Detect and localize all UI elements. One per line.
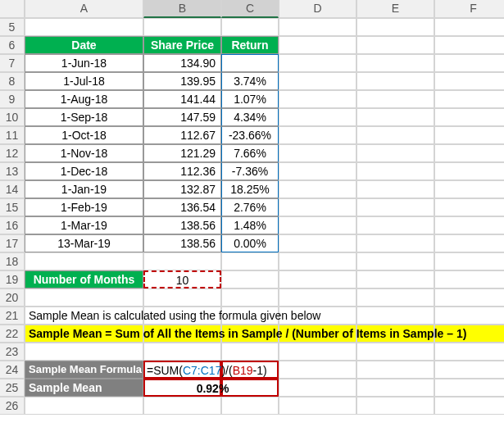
- cell-F12[interactable]: [434, 144, 504, 162]
- row-header-22[interactable]: 22: [0, 325, 25, 343]
- row-header-16[interactable]: 16: [0, 216, 25, 234]
- cell-F24[interactable]: [434, 361, 504, 379]
- row-header-17[interactable]: 17: [0, 234, 25, 252]
- cell-B17[interactable]: 138.56: [143, 234, 221, 252]
- cell-E23[interactable]: [356, 343, 434, 361]
- cell-A10[interactable]: 1-Sep-18: [25, 108, 143, 126]
- cell-F13[interactable]: [434, 162, 504, 180]
- cell-F25[interactable]: [434, 379, 504, 397]
- cell-C5[interactable]: [221, 18, 279, 36]
- sm-value[interactable]: 0.92%: [143, 379, 221, 397]
- row-header-21[interactable]: 21: [0, 307, 25, 325]
- cell-B14[interactable]: 132.87: [143, 180, 221, 198]
- select-all-corner[interactable]: [0, 0, 25, 18]
- cell-B7[interactable]: 134.90: [143, 54, 221, 72]
- cell-F17[interactable]: [434, 234, 504, 252]
- cell-F10[interactable]: [434, 108, 504, 126]
- cell-D20[interactable]: [279, 288, 356, 307]
- row-header-20[interactable]: 20: [0, 288, 25, 307]
- cell-D25[interactable]: [279, 379, 356, 397]
- cell-A26[interactable]: [25, 397, 143, 415]
- cell-F16[interactable]: [434, 216, 504, 234]
- cell-D19[interactable]: [279, 270, 356, 288]
- cell-F5[interactable]: [434, 18, 504, 36]
- cell-B15[interactable]: 136.54: [143, 198, 221, 216]
- col-header-A[interactable]: A: [25, 0, 143, 18]
- cell-D12[interactable]: [279, 144, 356, 162]
- cell-F18[interactable]: [434, 252, 504, 270]
- cell-E9[interactable]: [356, 90, 434, 108]
- cell-F9[interactable]: [434, 90, 504, 108]
- cell-D6[interactable]: [279, 36, 356, 54]
- cell-F19[interactable]: [434, 270, 504, 288]
- cell-C14[interactable]: 18.25%: [221, 180, 279, 198]
- col-header-B[interactable]: B: [143, 0, 221, 18]
- cell-E13[interactable]: [356, 162, 434, 180]
- cell-A23[interactable]: [25, 343, 143, 361]
- cell-A9[interactable]: 1-Aug-18: [25, 90, 143, 108]
- row-header-24[interactable]: 24: [0, 361, 25, 379]
- cell-C23[interactable]: [221, 343, 279, 361]
- cell-F14[interactable]: [434, 180, 504, 198]
- cell-A13[interactable]: 1-Dec-18: [25, 162, 143, 180]
- cell-B5[interactable]: [143, 18, 221, 36]
- cell-D15[interactable]: [279, 198, 356, 216]
- cell-E20[interactable]: [356, 288, 434, 307]
- cell-C26[interactable]: [221, 397, 279, 415]
- cell-E10[interactable]: [356, 108, 434, 126]
- cell-C7[interactable]: [221, 54, 279, 72]
- cell-B10[interactable]: 147.59: [143, 108, 221, 126]
- row-header-14[interactable]: 14: [0, 180, 25, 198]
- cell-C8[interactable]: 3.74%: [221, 72, 279, 90]
- cell-E5[interactable]: [356, 18, 434, 36]
- cell-F6[interactable]: [434, 36, 504, 54]
- cell-B18[interactable]: [143, 252, 221, 270]
- cell-E7[interactable]: [356, 54, 434, 72]
- cell-E17[interactable]: [356, 234, 434, 252]
- cell-C11[interactable]: -23.66%: [221, 126, 279, 144]
- cell-F8[interactable]: [434, 72, 504, 90]
- cell-D8[interactable]: [279, 72, 356, 90]
- col-header-C[interactable]: C: [221, 0, 279, 18]
- cell-F15[interactable]: [434, 198, 504, 216]
- row-header-6[interactable]: 6: [0, 36, 25, 54]
- cell-D26[interactable]: [279, 397, 356, 415]
- cell-B16[interactable]: 138.56: [143, 216, 221, 234]
- cell-A16[interactable]: 1-Mar-19: [25, 216, 143, 234]
- cell-A11[interactable]: 1-Oct-18: [25, 126, 143, 144]
- cell-D24[interactable]: [279, 361, 356, 379]
- cell-E15[interactable]: [356, 198, 434, 216]
- row-header-5[interactable]: 5: [0, 18, 25, 36]
- cell-B8[interactable]: 139.95: [143, 72, 221, 90]
- row-header-19[interactable]: 19: [0, 270, 25, 288]
- cell-F21[interactable]: [434, 307, 504, 325]
- cell-F7[interactable]: [434, 54, 504, 72]
- cell-C17[interactable]: 0.00%: [221, 234, 279, 252]
- cell-D9[interactable]: [279, 90, 356, 108]
- row-header-8[interactable]: 8: [0, 72, 25, 90]
- months-value[interactable]: 10: [143, 270, 221, 288]
- cell-B9[interactable]: 141.44: [143, 90, 221, 108]
- cell-C15[interactable]: 2.76%: [221, 198, 279, 216]
- cell-C18[interactable]: [221, 252, 279, 270]
- cell-E26[interactable]: [356, 397, 434, 415]
- cell-F20[interactable]: [434, 288, 504, 307]
- cell-B26[interactable]: [143, 397, 221, 415]
- cell-C9[interactable]: 1.07%: [221, 90, 279, 108]
- cell-A14[interactable]: 1-Jan-19: [25, 180, 143, 198]
- cell-E18[interactable]: [356, 252, 434, 270]
- cell-D18[interactable]: [279, 252, 356, 270]
- cell-A18[interactable]: [25, 252, 143, 270]
- cell-D11[interactable]: [279, 126, 356, 144]
- cell-C16[interactable]: 1.48%: [221, 216, 279, 234]
- cell-F11[interactable]: [434, 126, 504, 144]
- cell-B12[interactable]: 121.29: [143, 144, 221, 162]
- row-header-12[interactable]: 12: [0, 144, 25, 162]
- cell-D17[interactable]: [279, 234, 356, 252]
- row-header-7[interactable]: 7: [0, 54, 25, 72]
- cell-B13[interactable]: 112.36: [143, 162, 221, 180]
- formula-cell[interactable]: =SUM(C7:C17)/(B19-1): [143, 361, 221, 379]
- row-header-9[interactable]: 9: [0, 90, 25, 108]
- cell-A12[interactable]: 1-Nov-18: [25, 144, 143, 162]
- cell-B20[interactable]: [143, 288, 221, 307]
